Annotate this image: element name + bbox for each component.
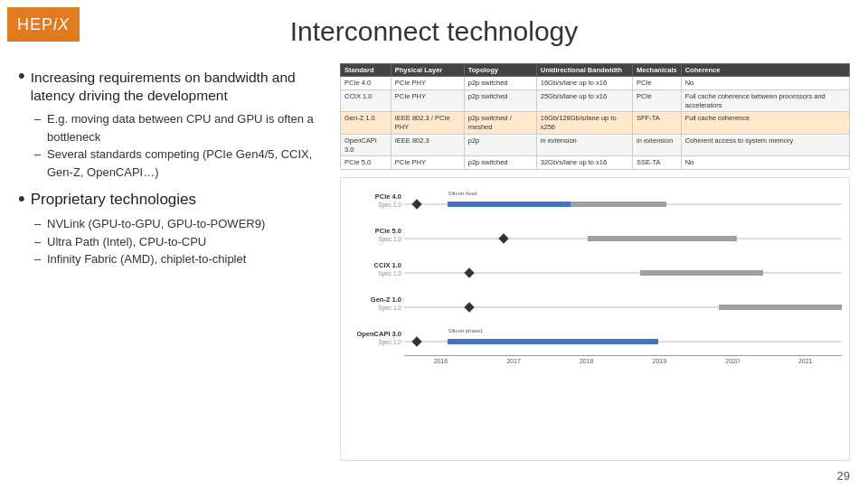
timeline-bar-blue <box>448 202 571 207</box>
table-cell: p2p switched / meshed <box>464 112 536 135</box>
bullet-1-dot: • <box>18 66 25 105</box>
list-item: E.g. moving data between CPU and GPU is … <box>34 110 326 145</box>
table-cell: No <box>681 77 849 90</box>
table-cell: PCIe PHY <box>391 156 464 170</box>
table-cell: IEEE 802.3 / PCIe PHY <box>391 112 464 135</box>
bullet-2: • Proprietary technologies <box>18 190 326 210</box>
timeline-label: PCIe 4.0Spec 1.0 <box>343 192 401 209</box>
year-tick: 2021 <box>769 358 842 364</box>
diagram-column: Standard Physical Layer Topology Unidire… <box>340 63 850 461</box>
table-header-topology: Topology <box>464 64 536 77</box>
timeline-row: Gen-Z 1.0Spec 1.0 <box>404 286 842 321</box>
timeline-track <box>404 306 842 308</box>
table-cell: PCIe 5.0 <box>341 156 392 170</box>
bullet-2-text: Proprietary technologies <box>31 190 196 210</box>
table-header-physical: Physical Layer <box>391 64 464 77</box>
timeline-diamond <box>411 336 421 346</box>
timeline-diamond <box>499 233 509 243</box>
bar-label: Silicon phase1 <box>448 328 483 333</box>
timeline-bar-gray <box>719 305 842 310</box>
table-cell: PCIe <box>633 89 682 112</box>
year-tick: 2019 <box>623 358 696 364</box>
table-cell: 32Gb/s/lane up to x16 <box>536 156 632 170</box>
bullet-1: • Increasing requirements on bandwidth a… <box>18 69 326 105</box>
table-cell: PCIe PHY <box>391 89 464 112</box>
bullet-2-dot: • <box>18 189 25 210</box>
table-cell: 16Gb/128Gb/s/lane up to x256 <box>536 112 632 135</box>
year-tick: 2016 <box>404 358 477 364</box>
table-cell: SSE-TA <box>633 156 682 170</box>
table-cell: Gen-Z 1.0 <box>341 112 392 135</box>
text-column: • Increasing requirements on bandwidth a… <box>18 63 326 461</box>
table-cell: in extension <box>536 134 632 156</box>
table-header-coherence: Coherence <box>681 64 849 77</box>
timeline-label: OpenCAPI 3.0Spec 1.0 <box>343 330 401 346</box>
year-tick: 2020 <box>696 358 769 364</box>
timeline-bar-gray <box>571 202 666 207</box>
table-cell: No <box>681 156 849 170</box>
page-number: 29 <box>837 469 850 483</box>
year-axis: 201620172018201920202021 <box>404 355 842 364</box>
timeline-row: PCIe 4.0Spec 1.0Silicon Avail. <box>404 183 842 218</box>
table-cell: 16Gb/s/lane up to x16 <box>536 77 632 90</box>
timeline-bar-gray <box>640 270 763 276</box>
year-tick: 2017 <box>477 358 551 364</box>
table-cell: CCIX 1.0 <box>341 89 392 112</box>
table-cell: PCIe 4.0 <box>341 77 392 90</box>
bullet-1-subs: E.g. moving data between CPU and GPU is … <box>34 110 326 181</box>
bullet-2-subs: NVLink (GPU-to-GPU, GPU-to-POWER9) Ultra… <box>34 215 326 268</box>
timeline-track <box>404 272 842 274</box>
table-header-mechanicals: Mechanicals <box>633 64 682 77</box>
timeline-diagram: PCIe 4.0Spec 1.0Silicon Avail.PCIe 5.0Sp… <box>340 177 850 461</box>
table-header-standard: Standard <box>341 64 392 77</box>
table-cell: Full cache coherence <box>681 112 849 135</box>
table-cell: p2p <box>464 134 536 156</box>
timeline-diamond <box>464 302 474 312</box>
list-item: Infinity Fabric (AMD), chiplet-to-chiple… <box>34 250 326 268</box>
table-cell: PCIe <box>633 77 682 90</box>
table-cell: IEEE 802.3 <box>391 134 464 156</box>
timeline-label: PCIe 5.0Spec 1.0 <box>343 227 401 243</box>
table-cell: p2p switched <box>464 156 536 170</box>
table-header-bandwidth: Unidirectional Bandwidth <box>536 64 632 77</box>
timeline-bar-gray <box>588 236 737 241</box>
timeline-diamond <box>464 267 474 277</box>
timeline-row: CCIX 1.0Spec 1.0 <box>404 252 842 286</box>
table-cell: PCIe PHY <box>391 77 464 90</box>
bar-label: Silicon Avail. <box>448 191 478 196</box>
table-cell: SFF-TA <box>633 112 682 135</box>
list-item: NVLink (GPU-to-GPU, GPU-to-POWER9) <box>34 215 326 233</box>
list-item: Several standards competing (PCIe Gen4/5… <box>34 145 326 181</box>
timeline-track: Silicon phase1 <box>404 341 842 343</box>
tech-table: Standard Physical Layer Topology Unidire… <box>340 63 850 170</box>
table-cell: 25Gb/s/lane up to x16 <box>536 89 632 112</box>
list-item: Ultra Path (Intel), CPU-to-CPU <box>34 233 326 251</box>
main-content: • Increasing requirements on bandwidth a… <box>18 63 850 461</box>
timeline-label: CCIX 1.0Spec 1.0 <box>343 261 401 277</box>
page-title: Interconnect technology <box>0 16 868 47</box>
table-cell: OpenCAPI 3.0 <box>341 134 392 156</box>
timeline-track: Silicon Avail. <box>404 203 842 205</box>
timeline-label: Gen-Z 1.0Spec 1.0 <box>343 296 401 312</box>
table-cell: Full cache coherence between processors … <box>681 89 849 112</box>
bullet-1-text: Increasing requirements on bandwidth and… <box>31 69 326 105</box>
table-cell: p2p switched <box>464 77 536 90</box>
timeline-row: OpenCAPI 3.0Spec 1.0Silicon phase1 <box>404 321 842 355</box>
timeline-track <box>404 238 842 239</box>
year-tick: 2018 <box>550 358 623 364</box>
table-cell: p2p switched <box>464 89 536 112</box>
timeline-diamond <box>411 199 421 209</box>
timeline-row: PCIe 5.0Spec 1.0 <box>404 218 842 252</box>
table-cell: Coherent access to system memory <box>681 134 849 156</box>
timeline-bar-blue <box>448 339 657 344</box>
table-cell: in extension <box>633 134 682 156</box>
